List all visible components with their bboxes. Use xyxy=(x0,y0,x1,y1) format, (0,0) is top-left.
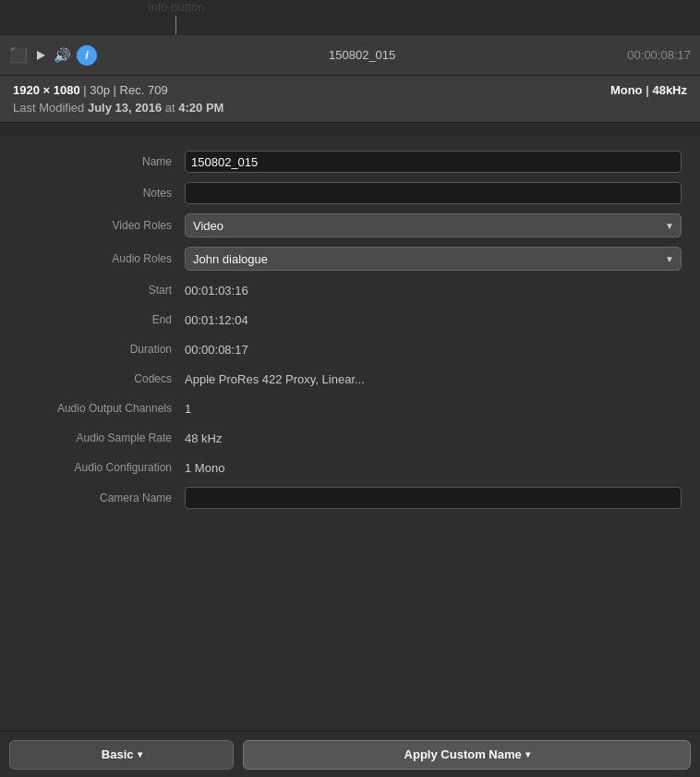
duration-value: 00:00:08:17 xyxy=(185,343,682,357)
resolution: 1920 × 1080 xyxy=(13,83,80,97)
toolbar-icons: ⬛ 🔊 i xyxy=(9,45,97,66)
end-value: 00:01:12:04 xyxy=(185,313,682,327)
colorspace: Rec. 709 xyxy=(120,83,168,97)
camera-name-value xyxy=(185,487,682,509)
info-panel: 1920 × 1080 | 30p | Rec. 709 Mono | 48kH… xyxy=(0,76,700,123)
speaker-icon: 🔊 xyxy=(54,47,71,64)
audio-roles-select-wrapper: John dialogue Dialogue Music Effects xyxy=(185,247,682,271)
name-input[interactable] xyxy=(185,151,682,173)
apply-arrow-icon: ▾ xyxy=(525,749,530,759)
toolbar-title: 150802_015 xyxy=(97,48,627,62)
tooltip-line xyxy=(175,16,176,34)
start-value: 00:01:03:16 xyxy=(185,284,682,297)
audio-config-value: 1 Mono xyxy=(185,461,682,475)
framerate: 30p xyxy=(90,83,110,97)
camera-name-label: Camera Name xyxy=(18,492,185,504)
audio-sample-row: Audio Sample Rate 48 kHz xyxy=(0,423,700,453)
video-roles-label: Video Roles xyxy=(18,219,185,232)
sample-rate: 48kHz xyxy=(652,83,687,97)
end-row: End 00:01:12:04 xyxy=(0,305,700,334)
sep1: | xyxy=(80,83,91,97)
video-roles-select-wrapper: Video Titles B-Roll xyxy=(185,213,682,237)
audio-sample-value: 48 kHz xyxy=(185,431,682,445)
start-row: Start 00:01:03:16 xyxy=(0,275,700,305)
apply-label: Apply Custom Name xyxy=(404,747,522,761)
end-label: End xyxy=(18,313,185,326)
info-tooltip: Info button xyxy=(148,0,204,34)
bottom-bar: Basic ▾ Apply Custom Name ▾ xyxy=(0,731,700,777)
audio-roles-select[interactable]: John dialogue Dialogue Music Effects xyxy=(185,247,682,271)
film-icon: ⬛ xyxy=(9,46,28,65)
audio-roles-label: Audio Roles xyxy=(18,252,185,265)
duration-row: Duration 00:00:08:17 xyxy=(0,334,700,364)
info-panel-row1: 1920 × 1080 | 30p | Rec. 709 Mono | 48kH… xyxy=(13,83,687,97)
modified-time: 4:20 PM xyxy=(178,101,223,115)
audio-output-label: Audio Output Channels xyxy=(18,402,185,415)
video-roles-value: Video Titles B-Roll xyxy=(185,213,682,237)
basic-button[interactable]: Basic ▾ xyxy=(9,740,234,770)
apply-custom-name-button[interactable]: Apply Custom Name ▾ xyxy=(243,740,691,770)
play-icon xyxy=(33,50,48,61)
codecs-value: Apple ProRes 422 Proxy, Linear... xyxy=(185,372,682,386)
notes-value xyxy=(185,182,682,204)
camera-name-row: Camera Name xyxy=(0,482,700,514)
info-button[interactable]: i xyxy=(77,45,97,66)
video-roles-row: Video Roles Video Titles B-Roll xyxy=(0,209,700,242)
tooltip-text: Info button xyxy=(148,0,204,14)
audio-output-row: Audio Output Channels 1 xyxy=(0,394,700,423)
audio-label: Mono xyxy=(610,83,643,97)
notes-input[interactable] xyxy=(185,182,682,204)
info-panel-row2: Last Modified July 13, 2016 at 4:20 PM xyxy=(13,101,687,115)
toolbar-time: 00:00:08:17 xyxy=(627,48,691,62)
audio-output-value: 1 xyxy=(185,402,682,416)
modified-date: July 13, 2016 xyxy=(88,101,162,115)
basic-arrow-icon: ▾ xyxy=(138,749,142,759)
name-label: Name xyxy=(18,155,185,168)
name-row: Name xyxy=(0,146,700,177)
notes-row: Notes xyxy=(0,177,700,209)
audio-roles-row: Audio Roles John dialogue Dialogue Music… xyxy=(0,242,700,275)
form-area: Name Notes Video Roles Video Titles B-Ro… xyxy=(0,137,700,728)
sep2: | xyxy=(110,83,120,97)
audio-config-row: Audio Configuration 1 Mono xyxy=(0,453,700,482)
camera-name-input[interactable] xyxy=(185,487,682,509)
name-value xyxy=(185,151,682,173)
toolbar: ⬛ 🔊 i 150802_015 00:00:08:17 xyxy=(0,35,700,76)
audio-sample-label: Audio Sample Rate xyxy=(18,431,185,444)
audio-config-label: Audio Configuration xyxy=(18,461,185,474)
audio-info: Mono | 48kHz xyxy=(610,83,687,97)
modified-prefix: Last Modified xyxy=(13,101,88,115)
modified-suffix: at xyxy=(162,101,178,115)
basic-label: Basic xyxy=(102,747,134,761)
video-roles-select[interactable]: Video Titles B-Roll xyxy=(185,213,682,237)
svg-marker-0 xyxy=(37,51,45,60)
notes-label: Notes xyxy=(18,187,185,200)
codecs-label: Codecs xyxy=(18,372,185,385)
codecs-row: Codecs Apple ProRes 422 Proxy, Linear... xyxy=(0,364,700,394)
start-label: Start xyxy=(18,284,185,297)
duration-label: Duration xyxy=(18,343,185,356)
audio-roles-value: John dialogue Dialogue Music Effects xyxy=(185,247,682,271)
